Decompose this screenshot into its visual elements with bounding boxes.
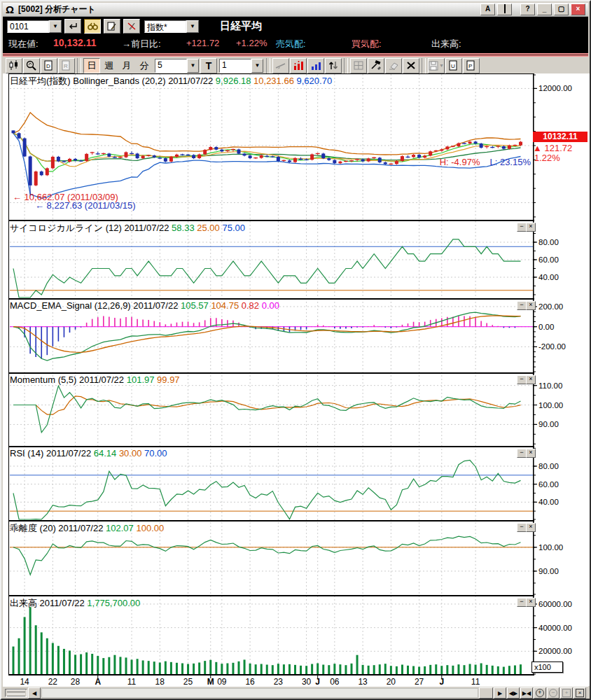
count-select[interactable]: 1 ▼ (219, 59, 263, 73)
x-axis-label: 30 (302, 677, 312, 686)
binoculars-icon (88, 22, 98, 31)
x-axis-label: 11 (471, 677, 480, 686)
copy-chart-r-button[interactable]: R (58, 58, 75, 74)
edit-button[interactable] (104, 19, 120, 34)
category-field[interactable]: 指数* (144, 20, 186, 33)
font-size-button[interactable]: A (480, 4, 495, 15)
circle-plus-icon: + (536, 689, 544, 697)
scrollbar-track[interactable] (41, 688, 478, 698)
period-minute-button[interactable]: 分 (136, 58, 153, 74)
scroll-left-button[interactable]: ◀ (28, 687, 41, 699)
page-r-icon: R (62, 60, 71, 71)
eraser-button[interactable] (385, 58, 402, 74)
svg-text:R: R (64, 63, 68, 69)
load-chart-button[interactable]: U (445, 58, 462, 74)
interval-dropdown-arrow-icon[interactable]: ▼ (187, 59, 199, 73)
candlestick-icon (8, 60, 20, 71)
close-panel-button[interactable]: × (573, 687, 586, 699)
x-axis-label: 23 (274, 677, 284, 686)
zoom-out-button[interactable]: − (547, 687, 559, 699)
maximize-button[interactable]: ▢ (554, 4, 569, 15)
zoom-in-button[interactable]: + (534, 687, 546, 699)
search-button[interactable] (84, 19, 101, 34)
count-dropdown-arrow-icon[interactable]: ▼ (251, 59, 263, 73)
scroll-right-button[interactable]: ▶ (494, 687, 506, 699)
print-chart-button[interactable]: P (463, 58, 480, 74)
up-down-arrows-icon (328, 60, 338, 71)
period-month-button[interactable]: 月 (118, 58, 135, 74)
minimize-button[interactable]: _ (537, 4, 552, 15)
x-axis-label: 20 (387, 677, 396, 686)
save-button[interactable]: ▼ (428, 58, 445, 74)
current-price-value: 10,132.11 (53, 37, 97, 48)
settings-button[interactable] (368, 58, 384, 74)
font-button[interactable]: T (200, 58, 217, 74)
candlestick-chart-button[interactable] (6, 58, 22, 74)
x-axis-label: 16 (245, 677, 255, 686)
period-week-button[interactable]: 週 (101, 58, 118, 74)
grid-toggle-button[interactable]: + (560, 687, 573, 699)
edit-note-icon (107, 22, 117, 31)
x-axis-label: 06 (330, 677, 340, 686)
volume-chart-button[interactable] (307, 58, 324, 74)
svg-text:60000.00: 60000.00 (538, 600, 572, 608)
copy-window-button[interactable] (497, 4, 512, 15)
svg-text:80.00: 80.00 (538, 238, 559, 246)
svg-text:90.00: 90.00 (538, 567, 559, 575)
magnifier-icon (26, 60, 37, 71)
svg-text:20000.00: 20000.00 (538, 647, 572, 655)
svg-text:40.00: 40.00 (538, 273, 559, 281)
window-title: [5002] 分析チャート (18, 4, 96, 15)
x-axis-label: 28 (71, 677, 81, 686)
scrollbar-thumb[interactable] (479, 687, 493, 699)
floppy-icon (429, 61, 439, 71)
page-d-icon: D (44, 60, 54, 71)
svg-text:40.00: 40.00 (538, 498, 559, 506)
x-axis-label: 14 (20, 677, 29, 686)
copy-chart-button[interactable]: D (41, 58, 57, 74)
panel-separator (8, 372, 534, 374)
symbol-dropdown-arrow-icon[interactable]: ▼ (49, 20, 62, 33)
volume-label: 出来高: (431, 38, 461, 50)
delete-all-button[interactable] (403, 58, 419, 74)
bottom-scrollbar: ◀ ▶ ◀▶ ▶◀ + − + × (3, 686, 588, 699)
page-load-icon: U (449, 60, 459, 71)
x-axis-label: 25 (183, 677, 193, 686)
resize-grip[interactable] (5, 689, 27, 697)
symbol-combo[interactable]: 0101 ▼ (7, 20, 62, 33)
zoom-chart-button[interactable] (23, 58, 40, 74)
trendline-icon (275, 61, 286, 71)
enter-button[interactable] (64, 19, 81, 34)
chart-canvas[interactable]: 12000.0080.0060.0040.00200.000.00-200.00… (3, 74, 591, 686)
category-dropdown-arrow-icon[interactable]: ▼ (186, 20, 199, 33)
shrink-range-button[interactable]: ▶◀ (520, 687, 533, 699)
circle-minus-icon: − (549, 689, 557, 697)
svg-text:0.00: 0.00 (538, 323, 554, 331)
interval-value[interactable]: 5 (155, 59, 187, 73)
interval-select[interactable]: 5 ▼ (155, 59, 199, 73)
x-axis-label: 13 (358, 677, 368, 686)
help-button[interactable]: ? (520, 4, 535, 15)
chart-area[interactable]: 12000.0080.0060.0040.00200.000.00-200.00… (3, 74, 591, 686)
close-button[interactable]: × (571, 4, 585, 15)
plot-background (8, 74, 590, 685)
count-value[interactable]: 1 (219, 59, 251, 73)
category-combo[interactable]: 指数* ▼ (144, 20, 199, 33)
period-day-button[interactable]: 日 (83, 58, 100, 74)
clear-edit-button[interactable] (123, 19, 140, 34)
compare-chart-button[interactable] (290, 58, 307, 74)
svg-text:80.00: 80.00 (538, 462, 559, 470)
trendline-button[interactable] (272, 58, 289, 74)
panel-separator (8, 595, 534, 596)
grid-layout-button[interactable] (350, 58, 367, 74)
toolbar-separator (422, 58, 426, 74)
svg-text:90.00: 90.00 (538, 420, 559, 428)
svg-text:D: D (46, 63, 50, 69)
expand-range-button[interactable]: ◀▶ (507, 687, 520, 699)
analysis-chart-window: Ω [5002] 分析チャート A ? _ ▢ × 0101 ▼ (0, 0, 591, 700)
hammer-wrench-icon (370, 60, 382, 71)
sort-button[interactable] (325, 58, 342, 74)
svg-text:40000.00: 40000.00 (538, 624, 572, 632)
symbol-code-field[interactable]: 0101 (7, 20, 49, 33)
toolbar-separator (77, 58, 81, 74)
